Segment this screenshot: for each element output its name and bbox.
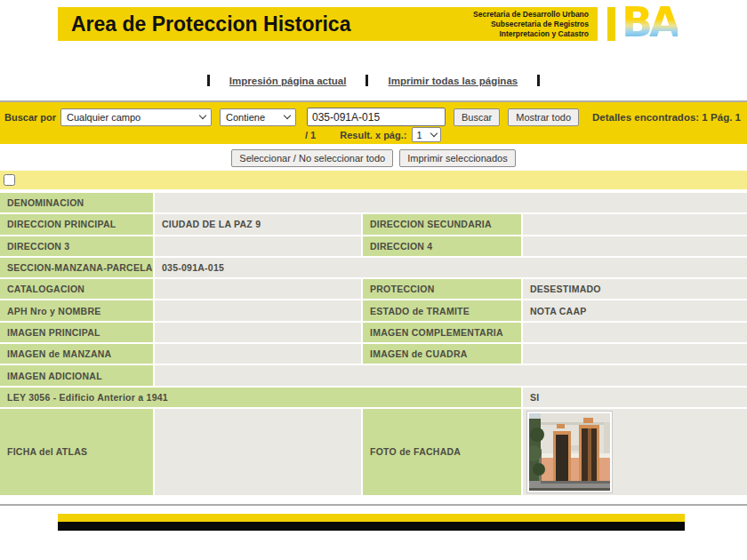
search-field-value: Cualquier campo <box>67 112 141 123</box>
record-detail-table: DENOMINACION DIRECCION PRINCIPAL CIUDAD … <box>0 193 747 495</box>
aph-record-page: Area de Proteccion Historica Secretaria … <box>0 0 747 560</box>
field-label: SECCION-MANZANA-PARCELA <box>0 258 153 277</box>
search-row-2: / 1 Result. x pág.: 1 <box>0 126 747 143</box>
field-value <box>155 236 361 256</box>
bottom-divider <box>0 504 747 506</box>
field-value <box>523 236 747 256</box>
search-field-select[interactable]: Cualquier campo <box>60 108 212 126</box>
page-fraction-text: / 1 <box>305 130 316 140</box>
search-operator-value: Contiene <box>226 112 265 123</box>
search-toolbar: Buscar por Cualquier campo Contiene Busc… <box>0 102 747 144</box>
field-value <box>523 214 747 234</box>
print-current-page-link[interactable]: Impresión página actual <box>229 76 347 86</box>
field-label: DENOMINACION <box>0 193 153 212</box>
chevron-down-icon <box>430 130 438 137</box>
mostrar-todo-button[interactable]: Mostrar todo <box>508 108 579 126</box>
buscar-button[interactable]: Buscar <box>454 108 500 126</box>
field-label: FICHA del ATLAS <box>0 409 153 495</box>
secretaria-line: Subsecretaria de Registros <box>473 20 589 29</box>
header-band: Area de Proteccion Historica Secretaria … <box>58 7 598 41</box>
footer-black-bar <box>58 522 685 531</box>
page-title: Area de Proteccion Historica <box>58 12 350 36</box>
facade-photo-thumbnail[interactable] <box>526 411 613 493</box>
print-all-pages-link[interactable]: Imprimir todas las páginas <box>388 76 518 86</box>
field-label: DIRECCION SECUNDARIA <box>363 214 521 234</box>
results-count-text: Detalles encontrados: 1 <box>592 112 708 123</box>
field-value <box>155 344 361 364</box>
selection-actions-row: Seleccionar / No seleccionar todo Imprim… <box>0 149 747 167</box>
field-value: CIUDAD DE LA PAZ 9 <box>155 214 361 234</box>
field-label: DIRECCION 4 <box>363 236 521 256</box>
search-operator-select[interactable]: Contiene <box>220 108 296 126</box>
separator-bar-icon <box>207 75 210 86</box>
field-value <box>155 409 361 495</box>
chevron-down-icon <box>199 112 206 119</box>
ba-logo: BA <box>622 1 678 44</box>
field-value <box>523 323 747 342</box>
print-selected-button[interactable]: Imprimir seleccionados <box>399 149 515 167</box>
field-value <box>155 365 747 385</box>
field-label: LEY 3056 - Edificio Anterior a 1941 <box>0 388 521 407</box>
field-value: NOTA CAAP <box>523 300 747 320</box>
secretaria-line: Interpretacion y Catastro <box>473 29 589 39</box>
field-label: DIRECCION 3 <box>0 236 153 256</box>
field-value: 035-091A-015 <box>155 258 747 277</box>
field-value <box>155 300 361 320</box>
field-label: APH Nro y NOMBRE <box>0 300 153 320</box>
print-links-row: Impresión página actual Imprimir todas l… <box>0 75 747 86</box>
separator-bar-icon <box>365 75 368 86</box>
results-per-page-value: 1 <box>416 130 422 140</box>
results-per-page-label: Result. x pág.: <box>340 130 406 140</box>
search-by-label: Buscar por <box>4 112 60 123</box>
field-value <box>155 193 747 212</box>
field-value <box>155 323 361 342</box>
field-value <box>523 409 747 495</box>
field-value: SI <box>523 388 747 407</box>
field-value <box>155 279 361 299</box>
field-label: FOTO de FACHADA <box>363 409 521 495</box>
select-all-toggle-button[interactable]: Seleccionar / No seleccionar todo <box>231 149 393 167</box>
field-label: IMAGEN COMPLEMENTARIA <box>363 323 521 342</box>
field-label: IMAGEN de CUADRA <box>363 344 521 364</box>
field-label: IMAGEN ADICIONAL <box>0 365 153 385</box>
field-label: IMAGEN PRINCIPAL <box>0 323 153 342</box>
page-number-text: Pág. 1 <box>711 112 741 123</box>
logo-separator-bar <box>607 7 615 41</box>
field-label: ESTADO de TRAMITE <box>363 300 521 320</box>
secretaria-line: Secretaria de Desarrollo Urbano <box>473 10 589 20</box>
results-per-page-select[interactable]: 1 <box>412 127 441 142</box>
separator-bar-icon <box>537 75 540 86</box>
field-value: DESESTIMADO <box>523 279 747 299</box>
field-label: IMAGEN de MANZANA <box>0 344 153 364</box>
field-label: DIRECCION PRINCIPAL <box>0 214 153 234</box>
field-value <box>523 344 747 364</box>
chevron-down-icon <box>284 112 291 119</box>
secretaria-text: Secretaria de Desarrollo Urbano Subsecre… <box>473 10 598 39</box>
record-select-band <box>0 171 747 189</box>
record-select-checkbox[interactable] <box>4 174 15 186</box>
search-input[interactable] <box>307 108 446 126</box>
field-label: CATALOGACION <box>0 279 153 299</box>
footer-yellow-bar <box>58 514 685 522</box>
field-label: PROTECCION <box>363 279 521 299</box>
facade-photo-image <box>529 413 610 491</box>
search-row-1: Buscar por Cualquier campo Contiene Busc… <box>0 102 747 126</box>
